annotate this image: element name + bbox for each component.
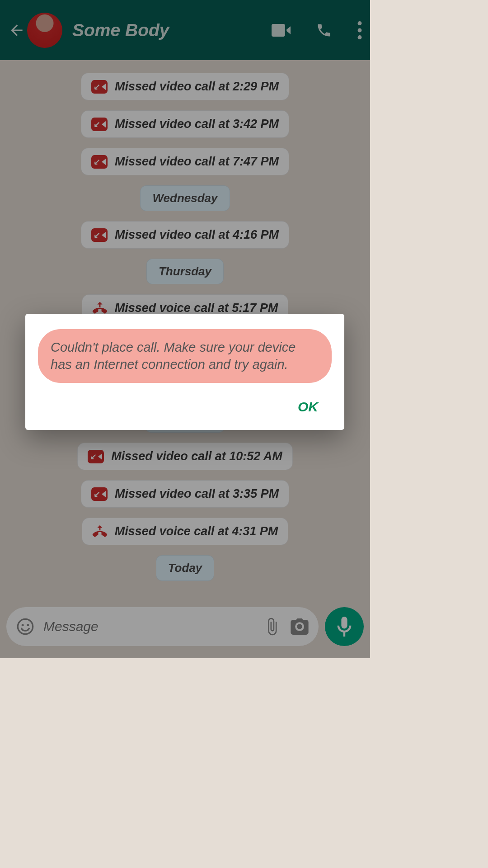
call-event-text: Missed video call at 2:29 PM <box>115 80 279 94</box>
contact-name[interactable]: Some Body <box>72 20 272 40</box>
call-event-text: Missed video call at 3:35 PM <box>115 487 279 501</box>
svg-point-3 <box>18 619 33 634</box>
call-event[interactable]: ↙Missed video call at 4:16 PM <box>81 221 289 249</box>
svg-point-5 <box>27 624 29 626</box>
contact-avatar[interactable] <box>27 13 62 48</box>
more-options-icon[interactable] <box>357 21 362 39</box>
video-call-icon[interactable] <box>272 24 291 37</box>
call-event[interactable]: ↙Missed video call at 7:47 PM <box>81 148 289 175</box>
missed-video-icon: ↙ <box>91 155 108 169</box>
svg-point-2 <box>358 35 362 39</box>
call-event[interactable]: Missed voice call at 4:31 PM <box>82 518 289 545</box>
missed-video-icon: ↙ <box>91 487 108 501</box>
missed-voice-icon <box>92 525 108 538</box>
call-event[interactable]: ↙Missed video call at 3:35 PM <box>81 480 289 508</box>
call-event[interactable]: ↙Missed video call at 3:42 PM <box>81 110 289 138</box>
error-dialog: Couldn't place call. Make sure your devi… <box>25 314 344 430</box>
message-field[interactable] <box>6 607 319 646</box>
microphone-icon <box>337 617 352 637</box>
call-event-text: Missed video call at 3:42 PM <box>115 117 279 131</box>
error-message: Couldn't place call. Make sure your devi… <box>38 329 332 383</box>
call-event-text: Missed voice call at 4:31 PM <box>115 524 278 538</box>
call-event[interactable]: ↙Missed video call at 10:52 AM <box>77 443 293 470</box>
date-label: Wednesday <box>140 185 230 211</box>
date-separator: Wednesday <box>0 185 370 211</box>
date-separator: Thursday <box>0 259 370 284</box>
voice-record-button[interactable] <box>325 607 364 646</box>
chat-header: Some Body <box>0 0 370 60</box>
header-actions <box>272 21 362 39</box>
voice-call-icon[interactable] <box>316 22 332 38</box>
date-separator: Today <box>0 555 370 581</box>
missed-call-chip: ↙Missed video call at 3:42 PM <box>0 110 370 138</box>
date-label: Today <box>156 555 215 581</box>
missed-call-chip: Missed voice call at 4:31 PM <box>0 518 370 545</box>
back-button[interactable] <box>8 22 25 39</box>
camera-icon[interactable] <box>291 618 309 635</box>
call-event-text: Missed video call at 4:16 PM <box>115 228 279 242</box>
emoji-icon[interactable] <box>16 618 34 636</box>
svg-point-4 <box>22 624 24 626</box>
missed-video-icon: ↙ <box>88 450 104 463</box>
arrow-left-icon <box>8 22 25 39</box>
missed-call-chip: ↙Missed video call at 2:29 PM <box>0 73 370 100</box>
call-event-text: Missed voice call at 5:17 PM <box>115 301 278 315</box>
missed-voice-icon <box>92 302 108 315</box>
missed-video-icon: ↙ <box>91 80 108 94</box>
missed-video-icon: ↙ <box>91 118 108 131</box>
input-bar <box>0 604 370 658</box>
dialog-actions: OK <box>38 395 332 419</box>
date-label: Thursday <box>146 259 224 284</box>
missed-call-chip: ↙Missed video call at 3:35 PM <box>0 480 370 508</box>
call-event[interactable]: ↙Missed video call at 2:29 PM <box>81 73 289 100</box>
svg-point-1 <box>358 28 362 32</box>
svg-point-0 <box>358 21 362 25</box>
missed-call-chip: ↙Missed video call at 10:52 AM <box>0 443 370 470</box>
missed-call-chip: ↙Missed video call at 7:47 PM <box>0 148 370 175</box>
call-event-text: Missed video call at 10:52 AM <box>111 449 282 463</box>
attachment-icon[interactable] <box>263 617 282 636</box>
missed-video-icon: ↙ <box>91 228 108 242</box>
call-event-text: Missed video call at 7:47 PM <box>115 155 279 169</box>
missed-call-chip: ↙Missed video call at 4:16 PM <box>0 221 370 249</box>
message-input[interactable] <box>43 619 253 634</box>
ok-button[interactable]: OK <box>284 395 332 419</box>
